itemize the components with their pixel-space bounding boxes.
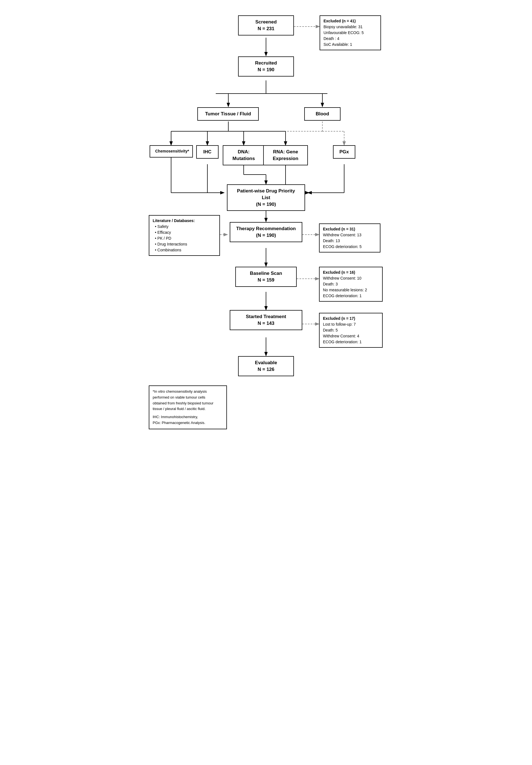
- excluded3-item0: Withdrew Consent: 10: [323, 276, 379, 281]
- footnote-line5: IHC: Immunohistochemistry,: [153, 414, 223, 420]
- treatment-box: Started Treatment N = 143: [230, 310, 302, 330]
- excluded4-box: Excluded (n = 17) Lost to follow-up: 7 D…: [319, 313, 383, 348]
- excluded4-item2: Withdrew Consent: 4: [323, 333, 379, 339]
- excluded3-title: Excluded (n = 16): [323, 270, 379, 276]
- excluded1-item0: Biopsy unavailable: 31: [324, 24, 377, 30]
- lit-item1: • Efficacy: [155, 230, 216, 236]
- chemo-box: Chemosensitivity*: [149, 145, 193, 158]
- excluded4-item1: Death: 5: [323, 327, 379, 333]
- treatment-label2: N = 143: [235, 320, 297, 327]
- priority-box: Patient-wise Drug Priority List (N = 190…: [227, 184, 305, 211]
- footnote-line6: PGx: Pharmacogenetic Analysis.: [153, 420, 223, 426]
- excluded1-item1: Unfavourable ECOG: 5: [324, 30, 377, 36]
- excluded2-item0: Withdrew Consent: 13: [323, 232, 377, 238]
- recruited-box: Recruited N = 190: [238, 56, 294, 77]
- excluded2-title: Excluded (n = 31): [323, 226, 377, 232]
- lit-item0: • Safety: [155, 224, 216, 230]
- excluded2-box: Excluded (n = 31) Withdrew Consent: 13 D…: [319, 224, 381, 253]
- footnote-box: *In vitro chemosensitivity analysis perf…: [149, 385, 227, 429]
- excluded2-item2: ECOG deterioration: 5: [323, 244, 377, 250]
- excluded3-item3: ECOG deterioration: 1: [323, 293, 379, 299]
- excluded3-box: Excluded (n = 16) Withdrew Consent: 10 D…: [319, 267, 383, 302]
- baseline-label1: Baseline Scan: [241, 270, 291, 277]
- footnote-line1: performed on viable tumour cells: [153, 394, 223, 400]
- pgx-label: PGx: [339, 149, 350, 155]
- footnote-line2: obtained from freshly biopsied tumour: [153, 400, 223, 406]
- excluded4-item0: Lost to follow-up: 7: [323, 322, 379, 327]
- excluded3-item2: No measurable lesions: 2: [323, 287, 379, 293]
- lit-item4: • Combinations: [155, 247, 216, 253]
- ihc-label: IHC: [202, 149, 213, 155]
- priority-label2: (N = 190): [232, 201, 300, 208]
- recruited-label1: Recruited: [244, 60, 288, 67]
- therapy-box: Therapy Recommendation (N = 190): [230, 222, 302, 242]
- baseline-label2: N = 159: [241, 277, 291, 284]
- excluded1-item3: SoC Available: 1: [324, 42, 377, 48]
- blood-label: Blood: [310, 111, 335, 117]
- blood-box: Blood: [304, 107, 341, 121]
- excluded1-item2: Death : 4: [324, 36, 377, 42]
- tumor-label: Tumor Tissue / Fluid: [203, 111, 253, 117]
- excluded1-box: Excluded (n = 41) Biopsy unavailable: 31…: [320, 15, 381, 50]
- evaluable-box: Evaluable N = 126: [238, 356, 294, 376]
- excluded4-title: Excluded (n = 17): [323, 316, 379, 322]
- rna-label2: Expression: [269, 155, 302, 162]
- lit-item3: • Drug Interactions: [155, 241, 216, 247]
- screened-label1: Screened: [244, 19, 288, 25]
- pgx-box: PGx: [333, 145, 355, 159]
- baseline-box: Baseline Scan N = 159: [235, 267, 297, 287]
- therapy-label2: (N = 190): [235, 232, 297, 239]
- rna-label1: RNA: Gene: [269, 149, 302, 155]
- recruited-label2: N = 190: [244, 67, 288, 73]
- chemo-label: Chemosensitivity*: [155, 149, 187, 154]
- priority-label1: Patient-wise Drug Priority List: [232, 188, 300, 201]
- lit-item2: • PK / PD: [155, 236, 216, 241]
- dna-label2: Mutations: [228, 155, 259, 162]
- tumor-box: Tumor Tissue / Fluid: [197, 107, 259, 121]
- excluded3-item1: Death: 3: [323, 281, 379, 287]
- footnote-line3: tissue / pleural fluid / ascitic fluid.: [153, 406, 223, 412]
- ihc-box: IHC: [196, 145, 218, 159]
- excluded2-item1: Death: 13: [323, 238, 377, 244]
- literature-title: Literature / Databases:: [153, 218, 216, 224]
- evaluable-label2: N = 126: [244, 366, 288, 373]
- screened-box: Screened N = 231: [238, 15, 294, 35]
- screened-label2: N = 231: [244, 25, 288, 32]
- footnote-line0: *In vitro chemosensitivity analysis: [153, 389, 223, 394]
- excluded4-item3: ECOG deterioration: 1: [323, 339, 379, 345]
- excluded1-title: Excluded (n = 41): [324, 18, 377, 24]
- evaluable-label1: Evaluable: [244, 360, 288, 366]
- dna-box: DNA: Mutations: [223, 145, 265, 165]
- literature-box: Literature / Databases: • Safety • Effic…: [149, 215, 220, 256]
- dna-label1: DNA:: [228, 149, 259, 155]
- therapy-label1: Therapy Recommendation: [235, 225, 297, 232]
- treatment-label1: Started Treatment: [235, 314, 297, 320]
- rna-box: RNA: Gene Expression: [263, 145, 308, 165]
